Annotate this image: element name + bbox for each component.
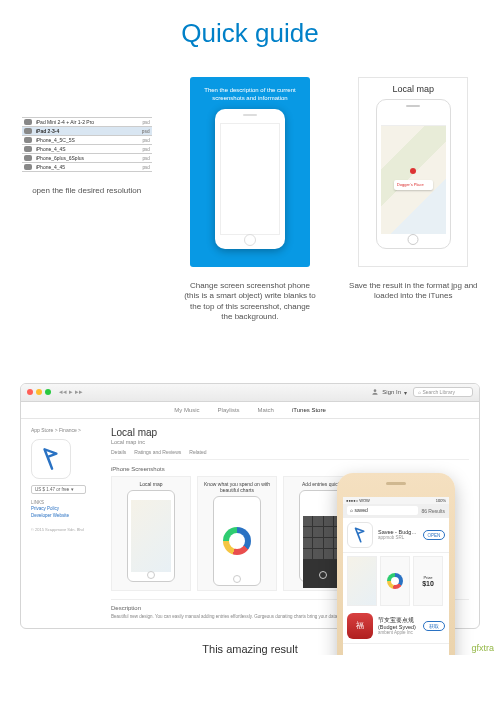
screenshot-card[interactable]: Know what you spend on with beautiful ch…	[197, 476, 277, 591]
sidebar: App Store > Finance > US $ 1.47 or free …	[31, 427, 101, 620]
screenshots-header: iPhone Screenshots	[111, 466, 469, 472]
layer-row[interactable]: iPhone_4_45psd	[22, 162, 152, 172]
app-title: Local map	[111, 427, 469, 438]
map-screen: Dogger's Place	[381, 114, 446, 234]
step-3: Local map Dogger's Place Save the result…	[347, 77, 480, 302]
layer-name: iPad 2-3-4	[36, 128, 142, 134]
search-library-input[interactable]: ⌕ Search Library	[413, 387, 473, 397]
app-developer: Local map inc	[111, 439, 469, 445]
app-icon-large	[31, 439, 71, 479]
eye-icon	[24, 164, 32, 170]
app-meta-tabs: DetailsRatings and ReviewsRelated	[111, 449, 469, 460]
mini-shot	[380, 556, 410, 606]
signin-button[interactable]: Sign In ▾	[371, 388, 407, 396]
donut-icon	[387, 573, 403, 589]
eye-icon	[24, 137, 32, 143]
search-bar: ⌕ saved 86 Results	[343, 504, 449, 518]
map-search-bar	[381, 114, 446, 126]
gold-phone-overlay: ●●●●○ WOW 100% ⌕ saved 86 Results Savee …	[337, 473, 455, 655]
phone-mockup-white	[215, 109, 285, 249]
itunes-tab[interactable]: iTunes Store	[292, 407, 326, 413]
playback-controls[interactable]: ◂◂ ▸ ▸▸	[59, 388, 83, 396]
eye-icon	[24, 128, 32, 134]
step3-caption: Save the result in the format jpg and lo…	[347, 281, 480, 302]
search-results: Savee - Budget and Expense Tra...appmob …	[343, 518, 449, 655]
copyright: © 2015 Scappmove Sdn. Bhd	[31, 527, 101, 532]
sidebar-link[interactable]: Privacy Policy	[31, 505, 101, 512]
eye-icon	[24, 155, 32, 161]
layer-panel: iPad Mini 2-4 + Air 1-2 PropsdiPad 2-3-4…	[22, 117, 152, 172]
map-label: Local map	[393, 84, 435, 94]
gold-phone-screen: ●●●●○ WOW 100% ⌕ saved 86 Results Savee …	[343, 497, 449, 655]
meta-tab[interactable]: Details	[111, 449, 126, 455]
layer-type: psd	[142, 147, 149, 152]
mini-shot: Prize$10	[413, 556, 443, 606]
blank-screen	[220, 123, 280, 235]
phone-mockup-map: Dogger's Place	[376, 99, 451, 249]
search-input[interactable]: ⌕ saved	[347, 506, 418, 515]
price-dropdown[interactable]: US $ 1.47 or free ▾	[31, 485, 86, 494]
layer-row[interactable]: iPhone_4_4Spsd	[22, 144, 152, 153]
layer-row[interactable]: iPad Mini 2-4 + Air 1-2 Propsd	[22, 117, 152, 126]
itunes-result-wrap: ◂◂ ▸ ▸▸ Sign In ▾ ⌕ Search Library My Mu…	[0, 383, 500, 655]
result-action-button[interactable]: OPEN	[423, 530, 445, 540]
layer-name: iPhone_4_45	[36, 164, 143, 170]
itunes-tab[interactable]: Match	[258, 407, 274, 413]
screenshot-title: Local map	[139, 481, 162, 487]
result-dev: ambent Apple Inc	[378, 630, 418, 635]
minimize-icon[interactable]	[36, 389, 42, 395]
blue-card-text: Then the description of the current scre…	[198, 87, 302, 103]
step2-caption: Change screen screenshot phone (this is …	[183, 281, 316, 323]
sidebar-link[interactable]: Developer Website	[31, 512, 101, 519]
traffic-lights	[27, 389, 51, 395]
step-1: iPad Mini 2-4 + Air 1-2 PropsdiPad 2-3-4…	[20, 77, 153, 196]
page-title: Quick guide	[0, 0, 500, 77]
itunes-tab[interactable]: Playlists	[218, 407, 240, 413]
map-preview-card: Local map Dogger's Place	[358, 77, 468, 267]
map-thumb	[131, 500, 171, 572]
map-pin-icon	[410, 168, 416, 174]
layer-row[interactable]: iPhone_4_5C_5Spsd	[22, 135, 152, 144]
layer-type: psd	[142, 120, 149, 125]
screenshot-card[interactable]: Local map	[111, 476, 191, 591]
layer-type: psd	[142, 129, 150, 134]
meta-tab[interactable]: Ratings and Reviews	[134, 449, 181, 455]
user-icon	[371, 388, 379, 396]
layer-name: iPad Mini 2-4 + Air 1-2 Pro	[36, 119, 143, 125]
donut-icon	[223, 527, 251, 555]
svg-point-0	[374, 389, 377, 392]
prize-value: $10	[422, 580, 434, 587]
screenshot-phone	[127, 490, 175, 582]
layer-type: psd	[142, 165, 149, 170]
layer-row[interactable]: iPhone_6plus_6Spluspsd	[22, 153, 152, 162]
result-subname: (Budget Syved)	[378, 624, 418, 630]
layer-name: iPhone_4_4S	[36, 146, 143, 152]
breadcrumb: App Store > Finance >	[31, 427, 101, 433]
result-action-button[interactable]: 获取	[423, 621, 445, 631]
itunes-titlebar: ◂◂ ▸ ▸▸ Sign In ▾ ⌕ Search Library	[21, 384, 479, 402]
results-count: 86 Results	[421, 508, 445, 514]
layer-type: psd	[142, 138, 149, 143]
status-bar: ●●●●○ WOW 100%	[343, 497, 449, 504]
screenshot-phone	[213, 496, 261, 586]
maximize-icon[interactable]	[45, 389, 51, 395]
meta-tab[interactable]: Related	[189, 449, 206, 455]
steps-row: iPad Mini 2-4 + Air 1-2 PropsdiPad 2-3-4…	[0, 77, 500, 323]
mini-shot	[347, 556, 377, 606]
itunes-tab[interactable]: My Music	[174, 407, 199, 413]
map-popup: Dogger's Place	[394, 180, 433, 190]
result-screenshots: Prize$10	[343, 553, 449, 609]
result-row[interactable]: 福节支宝要点规(Budget Syved)ambent Apple Inc获取	[343, 609, 449, 644]
itunes-tabs: My MusicPlaylistsMatchiTunes Store	[21, 402, 479, 419]
result-row[interactable]: Savee - Budget and Expense Tra...appmob …	[343, 518, 449, 553]
chart-thumb	[217, 506, 257, 576]
eye-icon	[24, 146, 32, 152]
layer-name: iPhone_6plus_6Splus	[36, 155, 143, 161]
result-app-icon: 福	[347, 613, 373, 639]
step1-caption: open the file desired resolution	[32, 186, 141, 196]
watermark: gfxtra	[471, 643, 494, 653]
close-icon[interactable]	[27, 389, 33, 395]
layer-row[interactable]: iPad 2-3-4psd	[22, 126, 152, 135]
step-2: Then the description of the current scre…	[183, 77, 316, 323]
app-logo-icon	[38, 446, 64, 472]
